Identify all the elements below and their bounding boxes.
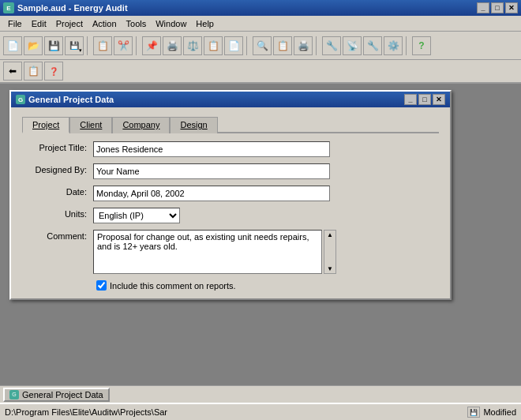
dialog-content: Project Client Company Design Project Ti… — [11, 107, 450, 298]
filepath-section: D:\Program Files\Elite\Auditw\Projects\S… — [5, 407, 167, 417]
menu-help[interactable]: Help — [191, 17, 219, 30]
tab-design[interactable]: Design — [170, 117, 217, 133]
toolbar-sep-3 — [246, 36, 249, 55]
menu-project[interactable]: Project — [51, 17, 88, 30]
tab-company[interactable]: Company — [112, 117, 170, 133]
toolbar-cut[interactable]: ✂️ — [114, 36, 133, 55]
comment-textarea-wrap: Proposal for change out, as existing uni… — [93, 230, 336, 274]
toolbar-clipboard[interactable]: 📋 — [204, 36, 223, 55]
comment-label: Comment: — [22, 230, 93, 241]
menu-window[interactable]: Window — [151, 17, 191, 30]
taskbar-icon: G — [9, 390, 19, 399]
tab-project[interactable]: Project — [22, 117, 69, 133]
toolbar-scale[interactable]: ⚖️ — [183, 36, 202, 55]
include-comment-label: Include this comment on reports. — [110, 281, 236, 291]
toolbar2-copy[interactable]: 📋 — [24, 62, 43, 81]
units-label: Units: — [22, 208, 93, 219]
taskbar-label: General Project Data — [22, 390, 103, 399]
toolbar-gear[interactable]: ⚙️ — [384, 36, 403, 55]
menu-action[interactable]: Action — [88, 17, 122, 30]
bottom-status-bar: D:\Program Files\Elite\Auditw\Projects\S… — [0, 403, 521, 420]
toolbar-1: 📄 📂 💾 ▾💾 📋 ✂️ 📌 🖨️ ⚖️ 📋 📄 🔍 📋 🖨️ 🔧 📡 🔧 ⚙… — [0, 32, 521, 60]
include-comment-row: Include this comment on reports. — [96, 280, 439, 291]
minimize-button[interactable]: _ — [477, 2, 489, 13]
disk-icon: 💾 — [467, 407, 480, 418]
toolbar-sep-5 — [406, 36, 409, 55]
toolbar-copy[interactable]: 📋 — [93, 36, 112, 55]
toolbar-sep-4 — [316, 36, 319, 55]
taskbar-button[interactable]: G General Project Data — [3, 388, 110, 402]
maximize-button[interactable]: □ — [491, 2, 504, 13]
comment-row: Comment: Proposal for change out, as exi… — [22, 230, 439, 274]
menu-file[interactable]: File — [3, 17, 27, 30]
dialog-title-bar: G General Project Data _ □ ✕ — [11, 92, 450, 107]
toolbar-search[interactable]: 🔍 — [253, 36, 272, 55]
general-project-data-dialog: G General Project Data _ □ ✕ Project Cli… — [9, 90, 452, 300]
project-title-label: Project Title: — [22, 141, 93, 152]
close-button[interactable]: ✕ — [505, 2, 518, 13]
main-area: G General Project Data _ □ ✕ Project Cli… — [0, 84, 521, 385]
toolbar-wrench[interactable]: 🔧 — [322, 36, 341, 55]
toolbar2-back[interactable]: ⬅ — [3, 62, 22, 81]
designed-by-input[interactable] — [93, 163, 330, 179]
scrollbar-down[interactable]: ▼ — [326, 264, 334, 273]
units-select[interactable]: English (IP) Metric (SI) — [93, 208, 180, 223]
dialog-icon: G — [16, 95, 25, 104]
window-controls: _ □ ✕ — [477, 2, 518, 13]
include-comment-wrap: Include this comment on reports. — [96, 280, 236, 291]
include-comment-checkbox[interactable] — [96, 280, 107, 291]
toolbar-open[interactable]: 📂 — [24, 36, 43, 55]
comment-textarea[interactable]: Proposal for change out, as existing uni… — [93, 230, 322, 274]
menu-tools[interactable]: Tools — [122, 17, 152, 30]
toolbar2-help[interactable]: ❓ — [44, 62, 63, 81]
title-bar: E Sample.aud - Energy Audit _ □ ✕ — [0, 0, 521, 16]
designed-by-row: Designed By: — [22, 163, 439, 179]
date-input[interactable] — [93, 186, 330, 201]
filepath-text: D:\Program Files\Elite\Auditw\Projects\S… — [5, 407, 167, 417]
toolbar-print[interactable]: 🖨️ — [163, 36, 182, 55]
toolbar-signal[interactable]: 📡 — [343, 36, 362, 55]
tab-client[interactable]: Client — [69, 117, 112, 133]
toolbar-wrench2[interactable]: 🔧 — [363, 36, 382, 55]
dialog-controls: _ □ ✕ — [404, 94, 445, 105]
toolbar-pin[interactable]: 📌 — [142, 36, 161, 55]
toolbar-sep-2 — [136, 36, 139, 55]
dialog-maximize-button[interactable]: □ — [418, 94, 431, 105]
dialog-minimize-button[interactable]: _ — [404, 94, 417, 105]
app-icon: E — [3, 2, 14, 13]
dialog-title-text: General Project Data — [28, 95, 114, 104]
comment-scrollbar[interactable]: ▲ ▼ — [324, 230, 336, 274]
dialog-close-button[interactable]: ✕ — [433, 94, 445, 105]
date-row: Date: — [22, 186, 439, 201]
toolbar-new[interactable]: 📄 — [3, 36, 22, 55]
toolbar-print2[interactable]: 🖨️ — [294, 36, 313, 55]
units-row: Units: English (IP) Metric (SI) — [22, 208, 439, 223]
tab-bar: Project Client Company Design — [22, 115, 439, 133]
units-select-wrap: English (IP) Metric (SI) — [93, 208, 180, 223]
toolbar-sep-1 — [87, 36, 90, 55]
app-title: Sample.aud - Energy Audit — [17, 3, 128, 13]
toolbar-save2[interactable]: ▾💾 — [65, 36, 84, 55]
toolbar-2: ⬅ 📋 ❓ — [0, 60, 521, 84]
status-bar: G General Project Data — [0, 385, 521, 403]
scrollbar-up[interactable]: ▲ — [326, 231, 334, 239]
date-label: Date: — [22, 186, 93, 197]
menu-bar: File Edit Project Action Tools Window He… — [0, 16, 521, 32]
toolbar-doc[interactable]: 📄 — [224, 36, 243, 55]
menu-edit[interactable]: Edit — [27, 17, 51, 30]
project-title-input[interactable] — [93, 141, 330, 157]
modified-section: 💾 Modified — [467, 407, 516, 418]
toolbar-save[interactable]: 💾 — [44, 36, 63, 55]
modified-label: Modified — [483, 407, 516, 417]
toolbar-clip2[interactable]: 📋 — [273, 36, 292, 55]
designed-by-label: Designed By: — [22, 163, 93, 174]
project-title-row: Project Title: — [22, 141, 439, 157]
toolbar-help[interactable]: ? — [412, 36, 431, 55]
